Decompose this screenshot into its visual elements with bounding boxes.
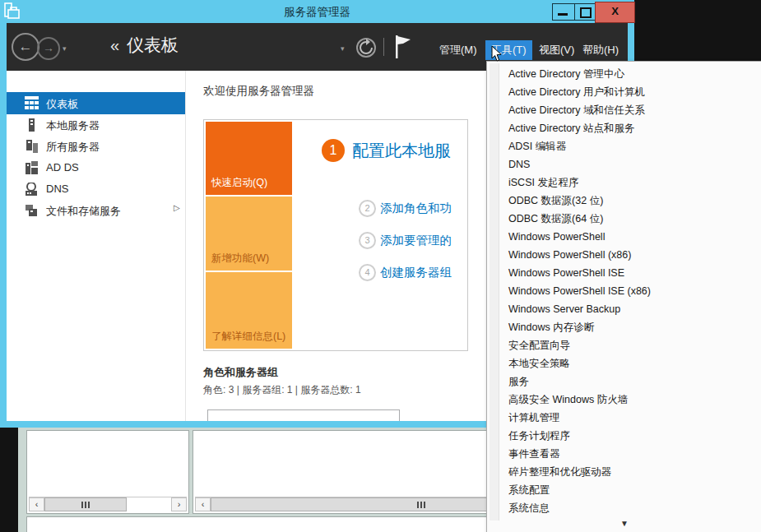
menu-item-ad-users-computers[interactable]: Active Directory 用户和计算机	[487, 83, 761, 101]
menu-item-computer-management[interactable]: 计算机管理	[487, 409, 761, 427]
menu-item-task-scheduler[interactable]: 任务计划程序	[487, 427, 761, 445]
ad-ds-icon	[25, 161, 39, 174]
menu-item-defragment[interactable]: 碎片整理和优化驱动器	[487, 463, 761, 481]
sidebar-divider	[185, 71, 186, 421]
menu-item-powershell-x86[interactable]: Windows PowerShell (x86)	[487, 246, 761, 264]
scroll-left-button[interactable]: ‹	[195, 497, 211, 511]
menu-item-odbc-64[interactable]: ODBC 数据源(64 位)	[487, 210, 761, 228]
breadcrumb: 仪表板	[127, 34, 179, 57]
sidebar-item-label: 仪表板	[46, 97, 78, 112]
tile-label: 快速启动(Q)	[211, 176, 267, 190]
sidebar-item-all-servers[interactable]: 所有服务器	[7, 136, 185, 157]
menu-item-ad-admin-center[interactable]: Active Directory 管理中心	[487, 65, 761, 83]
scrollbar-track[interactable]	[127, 497, 171, 511]
menu-help[interactable]: 帮助(H)	[577, 40, 624, 60]
step-1-link[interactable]: 配置此本地服	[352, 140, 451, 162]
scrollbar-thumb[interactable]	[44, 497, 127, 511]
step-4-link[interactable]: 创建服务器组	[380, 265, 452, 280]
dns-icon	[25, 183, 39, 196]
sidebar-item-local-server[interactable]: 本地服务器	[7, 114, 185, 136]
sidebar-item-dashboard[interactable]: 仪表板	[7, 92, 185, 114]
menu-item-iscsi-initiator[interactable]: iSCSI 发起程序	[487, 173, 761, 192]
step-3-link[interactable]: 添加要管理的	[380, 233, 452, 248]
menu-list: Active Directory 管理中心 Active Directory 用…	[487, 65, 761, 517]
maximize-icon	[580, 7, 592, 18]
dashboard-icon	[25, 96, 39, 109]
background-panel-bottom	[26, 516, 507, 532]
step-1-badge: 1	[322, 139, 345, 162]
horizontal-scrollbar[interactable]: ‹	[195, 497, 504, 511]
menu-item-services[interactable]: 服务	[487, 372, 761, 391]
menu-item-dns[interactable]: DNS	[487, 155, 761, 173]
welcome-heading: 欢迎使用服务器管理器	[203, 84, 314, 99]
menu-manage[interactable]: 管理(M)	[434, 40, 483, 60]
step-3-badge: 3	[359, 232, 376, 249]
all-servers-icon	[25, 140, 39, 153]
menu-item-firewall[interactable]: 高级安全 Windows 防火墙	[487, 391, 761, 409]
menu-view[interactable]: 视图(V)	[533, 40, 580, 60]
scrollbar-grip-icon	[417, 502, 425, 508]
collapse-chevrons-icon[interactable]: «	[110, 36, 119, 55]
back-button[interactable]: ←	[12, 33, 39, 61]
step-2-badge: 2	[359, 200, 376, 217]
sidebar-item-label: 所有服务器	[46, 140, 100, 155]
sidebar-item-label: DNS	[46, 183, 68, 195]
background-panel-right: ‹	[193, 430, 507, 514]
refresh-icon[interactable]	[355, 37, 377, 58]
titlebar[interactable]: 服务器管理器 X	[0, 0, 634, 23]
sidebar-item-label: 本地服务器	[46, 118, 100, 133]
background-panel-left: ‹ ›	[26, 430, 189, 514]
tile-label: 新增功能(W)	[211, 252, 269, 266]
sidebar-item-file-storage[interactable]: 文件和存储服务	[7, 200, 185, 221]
separator	[383, 38, 384, 56]
tile-label: 了解详细信息(L)	[211, 330, 285, 344]
menu-item-ad-domains-trusts[interactable]: Active Directory 域和信任关系	[487, 101, 761, 119]
menu-item-adsi-edit[interactable]: ADSI 编辑器	[487, 137, 761, 155]
notification-flag-icon[interactable]	[393, 34, 413, 60]
scroll-right-button[interactable]: ›	[171, 497, 187, 511]
forward-button[interactable]: →	[37, 37, 60, 60]
scrollbar-grip-icon	[81, 502, 90, 508]
menu-item-powershell-ise[interactable]: Windows PowerShell ISE	[487, 264, 761, 282]
menu-item-event-viewer[interactable]: 事件查看器	[487, 445, 761, 463]
menu-item-server-backup[interactable]: Windows Server Backup	[487, 300, 761, 318]
menu-item-powershell[interactable]: Windows PowerShell	[487, 228, 761, 246]
learn-more-tile[interactable]: 了解详细信息(L)	[206, 272, 292, 349]
menu-item-system-information[interactable]: 系统信息	[487, 499, 761, 517]
horizontal-scrollbar[interactable]: ‹ ›	[29, 497, 187, 511]
minimize-icon	[558, 13, 568, 16]
roles-groups-heading: 角色和服务器组	[203, 365, 278, 380]
maximize-button[interactable]	[574, 3, 596, 21]
menu-item-security-config-wizard[interactable]: 安全配置向导	[487, 336, 761, 354]
step-4-badge: 4	[359, 264, 376, 281]
scroll-left-button[interactable]: ‹	[29, 497, 44, 511]
history-dropdown-icon[interactable]: ▾	[63, 44, 67, 53]
menu-item-ad-sites-services[interactable]: Active Directory 站点和服务	[487, 119, 761, 137]
window-title: 服务器管理器	[0, 5, 634, 20]
roles-groups-stats: 角色: 3 | 服务器组: 1 | 服务器总数: 1	[203, 383, 361, 397]
local-server-icon	[25, 118, 39, 132]
menu-item-odbc-32[interactable]: ODBC 数据源(32 位)	[487, 192, 761, 210]
desktop: ‹ › ‹ 服务器管理器	[0, 0, 761, 532]
tools-dropdown-menu: Active Directory 管理中心 Active Directory 用…	[486, 61, 761, 532]
menu-item-local-security-policy[interactable]: 本地安全策略	[487, 354, 761, 372]
menu-item-powershell-ise-x86[interactable]: Windows PowerShell ISE (x86)	[487, 282, 761, 300]
sidebar-item-ad-ds[interactable]: AD DS	[7, 157, 185, 178]
roles-group-tile[interactable]	[207, 409, 400, 421]
sidebar-item-label: AD DS	[46, 161, 79, 173]
menu-scroll-down-arrow[interactable]: ▼	[487, 519, 761, 528]
close-button[interactable]: X	[595, 2, 635, 23]
whats-new-tile[interactable]: 新增功能(W)	[206, 197, 292, 271]
welcome-panel: 快速启动(Q) 新增功能(W) 了解详细信息(L) 1 配置此本地服 2 添加角…	[203, 119, 468, 351]
step-2-link[interactable]: 添加角色和功	[380, 201, 452, 216]
submenu-arrow-icon[interactable]: ▷	[174, 203, 180, 212]
file-storage-icon	[25, 204, 39, 217]
quick-start-tile[interactable]: 快速启动(Q)	[206, 122, 292, 195]
scrollbar-thumb[interactable]	[211, 497, 504, 511]
minimize-button[interactable]	[552, 3, 575, 21]
breadcrumb-dropdown-icon[interactable]: ▾	[341, 44, 345, 53]
menu-item-system-configuration[interactable]: 系统配置	[487, 481, 761, 499]
menu-item-memory-diagnostic[interactable]: Windows 内存诊断	[487, 318, 761, 336]
sidebar-item-label: 文件和存储服务	[46, 204, 121, 219]
sidebar-item-dns[interactable]: DNS	[7, 178, 185, 200]
